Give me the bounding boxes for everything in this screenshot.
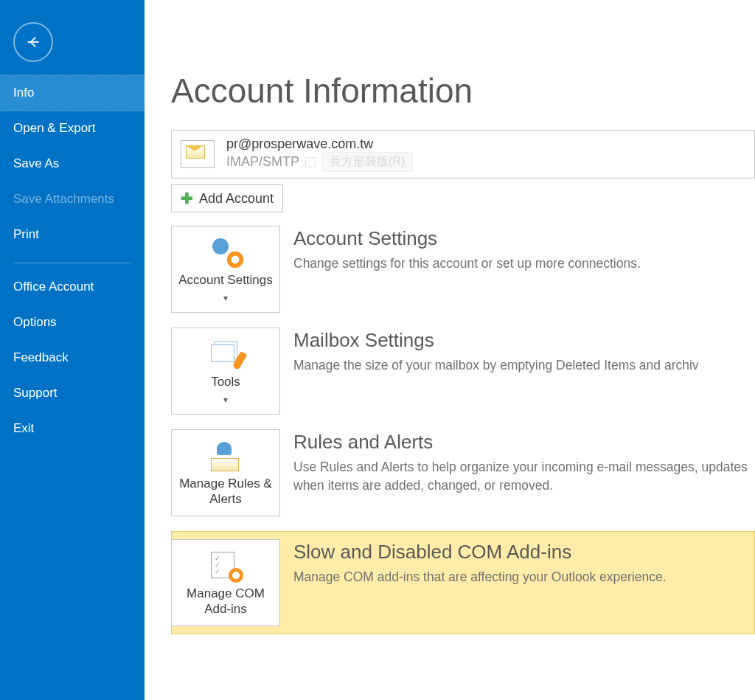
nav-list: Info Open & Export Save As Save Attachme…: [0, 75, 145, 446]
add-account-label: Add Account: [199, 191, 274, 207]
plus-icon: ✚: [181, 190, 193, 207]
section-account-settings: Account Settings ▾ Account Settings Chan…: [171, 226, 755, 313]
section-title: Slow and Disabled COM Add-ins: [293, 541, 745, 564]
ghost-marker-icon: [305, 157, 316, 167]
tools-icon: [208, 340, 243, 370]
nav-label: Save Attachments: [13, 192, 114, 206]
nav-item-options[interactable]: Options: [0, 305, 145, 340]
mail-account-icon: [181, 140, 215, 168]
section-text: Rules and Alerts Use Rules and Alerts to…: [293, 429, 755, 496]
nav-label: Exit: [13, 421, 34, 435]
tile-label: Account Settings: [178, 272, 273, 288]
add-account-button[interactable]: ✚ Add Account: [171, 184, 283, 212]
sections: Account Settings ▾ Account Settings Chan…: [171, 226, 755, 634]
nav-item-support[interactable]: Support: [0, 375, 145, 411]
section-mailbox-settings: Tools ▾ Mailbox Settings Manage the size…: [171, 328, 755, 415]
nav-label: Support: [13, 386, 58, 400]
section-rules-alerts: Manage Rules & Alerts Rules and Alerts U…: [171, 429, 755, 516]
com-addins-icon: ✓ ✓ ✓: [208, 552, 243, 581]
nav-item-open-export[interactable]: Open & Export: [0, 111, 145, 146]
section-com-addins: ✓ ✓ ✓ Manage COM Add-ins Slow and Disabl…: [171, 531, 755, 634]
nav-label: Save As: [13, 156, 59, 170]
section-desc: Manage COM add-ins that are affecting yo…: [293, 568, 745, 586]
account-selector[interactable]: pr@prosperwave.com.tw IMAP/SMTP 長方形裝版(R): [171, 130, 755, 179]
nav-item-info[interactable]: Info: [0, 75, 145, 111]
tile-label: Tools: [211, 374, 240, 389]
nav-item-save-attachments: Save Attachments: [0, 181, 145, 217]
tile-label: Manage COM Add-ins: [176, 586, 275, 617]
nav-label: Info: [13, 86, 34, 100]
section-title: Account Settings: [293, 227, 755, 250]
account-text: pr@prosperwave.com.tw IMAP/SMTP 長方形裝版(R): [226, 136, 413, 172]
main-panel: Account Information pr@prosperwave.com.t…: [145, 0, 755, 700]
arrow-left-icon: [24, 32, 43, 52]
nav-label: Open & Export: [13, 121, 96, 135]
nav-label: Options: [13, 315, 57, 329]
section-text: Mailbox Settings Manage the size of your…: [293, 328, 755, 375]
nav-label: Feedback: [13, 350, 69, 364]
tile-manage-com-addins[interactable]: ✓ ✓ ✓ Manage COM Add-ins: [171, 539, 280, 626]
tile-manage-rules[interactable]: Manage Rules & Alerts: [171, 429, 280, 516]
nav-item-office-account[interactable]: Office Account: [0, 269, 145, 305]
account-email: pr@prosperwave.com.tw: [226, 136, 413, 152]
section-title: Rules and Alerts: [293, 431, 755, 454]
nav-item-print[interactable]: Print: [0, 217, 145, 252]
tile-account-settings[interactable]: Account Settings ▾: [171, 226, 280, 313]
tile-tools[interactable]: Tools ▾: [171, 328, 280, 415]
nav-divider: [13, 263, 131, 263]
section-title: Mailbox Settings: [293, 329, 755, 352]
rules-alerts-icon: [208, 442, 243, 471]
page-title: Account Information: [171, 71, 755, 111]
account-type: IMAP/SMTP: [226, 154, 299, 170]
nav-item-save-as[interactable]: Save As: [0, 146, 145, 181]
nav-label: Office Account: [13, 280, 94, 294]
section-desc: Use Rules and Alerts to help organize yo…: [293, 458, 755, 496]
sidebar: Info Open & Export Save As Save Attachme…: [0, 0, 145, 700]
nav-item-feedback[interactable]: Feedback: [0, 340, 145, 375]
ghost-overlay-label: 長方形裝版(R): [321, 152, 413, 172]
section-text: Account Settings Change settings for thi…: [293, 226, 755, 273]
tile-label: Manage Rules & Alerts: [176, 476, 275, 507]
chevron-down-icon: ▾: [223, 395, 228, 405]
nav-label: Print: [13, 227, 39, 241]
back-button[interactable]: [13, 22, 53, 62]
section-text: Slow and Disabled COM Add-ins Manage COM…: [293, 539, 754, 586]
nav-item-exit[interactable]: Exit: [0, 411, 145, 446]
chevron-down-icon: ▾: [223, 293, 228, 303]
section-desc: Change settings for this account or set …: [293, 254, 755, 273]
section-desc: Manage the size of your mailbox by empty…: [293, 356, 755, 375]
account-settings-icon: [208, 238, 243, 268]
